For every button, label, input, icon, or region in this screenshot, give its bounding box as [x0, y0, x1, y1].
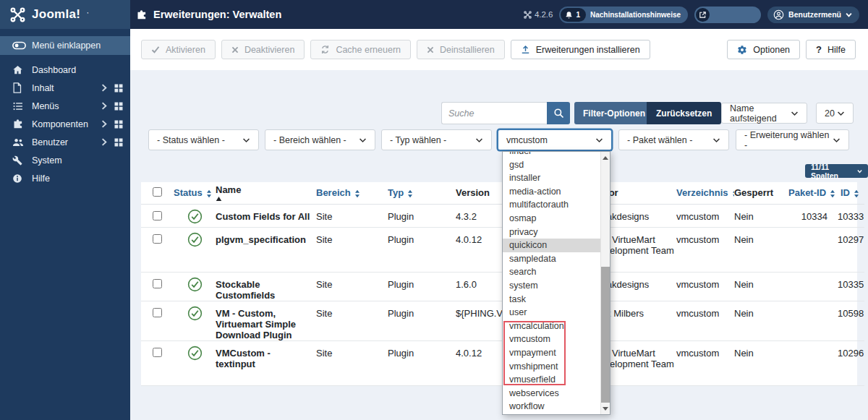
- row-checkbox[interactable]: [153, 348, 162, 357]
- sidebar-item-menu-collapse[interactable]: Menü einklappen: [0, 36, 130, 55]
- dropdown-option[interactable]: osmap: [503, 212, 600, 226]
- column-header-paket-id[interactable]: Paket-ID: [788, 182, 838, 204]
- chevron-down-icon: [846, 12, 852, 17]
- status-enabled-icon[interactable]: [187, 209, 203, 224]
- question-icon: ?: [816, 44, 822, 55]
- joomla-admin-extensions-manage: Joomla!’ Erweiterungen: Verwalten 4.2: [0, 0, 868, 420]
- folder-filter-select[interactable]: vmcustom: [498, 129, 612, 150]
- dropdown-option[interactable]: vmcustom: [503, 333, 600, 346]
- dropdown-option[interactable]: user: [503, 306, 600, 320]
- joomla-version: 4.2.6: [524, 10, 553, 19]
- dropdown-option[interactable]: workflow: [503, 400, 600, 413]
- column-header-gesperrt: Gesperrt: [734, 182, 788, 204]
- uninstall-button[interactable]: Deinstallieren: [417, 40, 505, 59]
- dropdown-option[interactable]: webservices: [503, 387, 600, 400]
- dropdown-option[interactable]: privacy: [503, 226, 600, 239]
- select-all-checkbox[interactable]: [153, 187, 162, 197]
- extension-filter-select[interactable]: - Erweiterung wählen -: [736, 129, 849, 150]
- sidebar-item-system[interactable]: System: [0, 151, 130, 169]
- scroll-down-icon[interactable]: [601, 404, 610, 413]
- deactivate-button[interactable]: Deaktivieren: [221, 40, 305, 59]
- sidebar-item-benutzer[interactable]: Benutzer: [0, 133, 130, 151]
- post-installation-messages-button[interactable]: 1 Nachinstallationshinweise: [559, 7, 688, 23]
- dropdown-option[interactable]: task: [503, 293, 600, 307]
- folder-filter-dropdown: finder gsd installer media-action multif…: [502, 151, 610, 415]
- status-filter-select[interactable]: - Status wählen -: [148, 129, 259, 150]
- activate-button[interactable]: Aktivieren: [141, 40, 216, 59]
- toggle-icon: [12, 41, 32, 50]
- dropdown-option[interactable]: system: [503, 279, 600, 293]
- refresh-cache-button[interactable]: Cache erneuern: [310, 40, 411, 59]
- install-extensions-button[interactable]: Erweiterungen installieren: [511, 40, 650, 59]
- sidebar-item-hilfe[interactable]: Hilfe: [0, 169, 130, 187]
- chevron-down-icon: [242, 137, 250, 143]
- joomla-version-icon: [524, 11, 532, 19]
- reset-button[interactable]: Zurücksetzen: [647, 102, 721, 124]
- status-enabled-icon[interactable]: [187, 306, 203, 321]
- sidebar-item-menus[interactable]: Menüs: [0, 97, 130, 115]
- row-checkbox[interactable]: [153, 279, 162, 288]
- scrollbar-thumb[interactable]: [601, 267, 610, 403]
- page-size-select[interactable]: 20: [816, 103, 854, 124]
- user-menu-button[interactable]: Benutzermenü: [767, 7, 859, 23]
- close-icon: [231, 46, 239, 53]
- sidebar-item-label: Inhalt: [32, 83, 101, 93]
- column-header-typ[interactable]: Typ: [388, 182, 456, 204]
- dropdown-option[interactable]: vmcalculation: [503, 320, 600, 333]
- refresh-icon: [320, 45, 330, 54]
- grid-icon[interactable]: [114, 138, 123, 147]
- search-button[interactable]: [547, 102, 570, 124]
- chevron-right-icon: [101, 84, 107, 92]
- site-preview-button[interactable]: [694, 7, 761, 23]
- dropdown-option[interactable]: installer: [503, 171, 600, 185]
- dropdown-option[interactable]: sampledata: [503, 252, 600, 266]
- wrench-icon: [12, 155, 32, 166]
- status-enabled-icon[interactable]: [187, 277, 203, 292]
- options-button[interactable]: Optionen: [727, 40, 800, 59]
- dropdown-option[interactable]: vmshipment: [503, 360, 600, 374]
- dropdown-option[interactable]: vmuserfield: [503, 373, 600, 387]
- sort-select[interactable]: Name aufsteigend: [721, 103, 807, 124]
- column-header-id[interactable]: ID: [838, 182, 864, 204]
- dropdown-option-highlighted[interactable]: quickicon: [503, 239, 600, 252]
- dropdown-option[interactable]: vmpayment: [503, 346, 600, 360]
- dropdown-option[interactable]: gsd: [503, 158, 600, 172]
- sidebar-item-dashboard[interactable]: Dashboard: [0, 61, 130, 79]
- type-filter-select[interactable]: - Typ wählen -: [381, 129, 492, 150]
- column-header-verzeichnis[interactable]: Verzeichnis: [676, 182, 734, 204]
- grid-icon[interactable]: [114, 102, 123, 111]
- dropdown-scrollbar[interactable]: [600, 152, 610, 414]
- chevron-right-icon: [101, 102, 107, 110]
- dropdown-option[interactable]: search: [503, 265, 600, 279]
- sidebar-item-komponenten[interactable]: Komponenten: [0, 115, 130, 133]
- dropdown-option[interactable]: finder: [503, 152, 600, 158]
- package-filter-select[interactable]: - Paket wählen -: [618, 129, 729, 150]
- sidebar-item-inhalt[interactable]: Inhalt: [0, 79, 130, 97]
- scroll-up-icon[interactable]: [601, 153, 610, 162]
- dropdown-option[interactable]: multifactorauth: [503, 198, 600, 212]
- info-icon: [12, 173, 32, 184]
- chevron-down-icon: [791, 111, 799, 116]
- puzzle-icon: [12, 119, 32, 129]
- sidebar-item-label: Menü einklappen: [32, 40, 123, 51]
- row-checkbox[interactable]: [153, 211, 162, 220]
- dropdown-option[interactable]: media-action: [503, 185, 600, 199]
- notification-count: 1: [576, 11, 580, 19]
- row-checkbox[interactable]: [153, 234, 162, 244]
- row-checkbox[interactable]: [153, 308, 162, 317]
- status-enabled-icon[interactable]: [187, 232, 203, 247]
- status-enabled-icon[interactable]: [187, 346, 203, 361]
- joomla-logo[interactable]: Joomla!’: [0, 0, 130, 29]
- chevron-down-icon: [595, 137, 603, 143]
- column-header-name[interactable]: Name: [216, 182, 316, 204]
- sidebar-item-label: Dashboard: [32, 65, 123, 75]
- column-header-status[interactable]: Status: [174, 182, 216, 204]
- grid-icon[interactable]: [114, 84, 123, 93]
- search-input[interactable]: [441, 102, 547, 124]
- location-filter-select[interactable]: - Bereich wählen -: [265, 129, 375, 150]
- column-header-bereich[interactable]: Bereich: [316, 182, 388, 204]
- columns-button[interactable]: 11/11 Spalten: [805, 164, 868, 178]
- grid-icon[interactable]: [114, 120, 123, 129]
- sort-icon: [830, 189, 835, 198]
- help-button[interactable]: ? Hilfe: [806, 40, 856, 59]
